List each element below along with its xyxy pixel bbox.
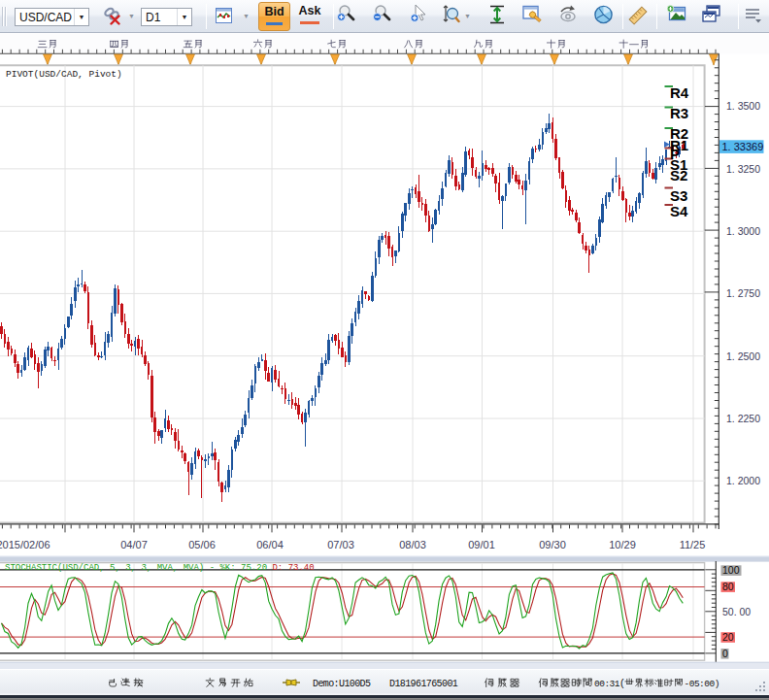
svg-text:1. 2500: 1. 2500 bbox=[726, 350, 760, 362]
svg-text:1. 33369: 1. 33369 bbox=[722, 141, 764, 152]
svg-text:09/30: 09/30 bbox=[539, 539, 566, 550]
svg-text:PIVOT(USD/CAD, Pivot): PIVOT(USD/CAD, Pivot) bbox=[6, 69, 122, 80]
svg-text:20: 20 bbox=[722, 631, 734, 643]
svg-text:S3: S3 bbox=[670, 187, 687, 204]
svg-text:10/29: 10/29 bbox=[609, 539, 636, 550]
svg-text:11/25: 11/25 bbox=[680, 539, 706, 550]
svg-text:00:31: 00:31 bbox=[594, 679, 620, 689]
svg-text:1. 3000: 1. 3000 bbox=[726, 225, 760, 237]
svg-text:1. 2250: 1. 2250 bbox=[726, 413, 760, 424]
svg-text:Demo:U100D5: Demo:U100D5 bbox=[313, 679, 371, 689]
svg-text:08/03: 08/03 bbox=[399, 539, 426, 550]
svg-text:-05:00): -05:00) bbox=[685, 679, 719, 689]
svg-text:80: 80 bbox=[722, 581, 734, 592]
svg-text:D181961765001: D181961765001 bbox=[389, 679, 458, 689]
svg-text:2015/02/06: 2015/02/06 bbox=[0, 539, 50, 550]
svg-text:1. 2750: 1. 2750 bbox=[726, 287, 760, 299]
svg-text:STOCHASTIC(USD/CAD, 5, 3, 3, M: STOCHASTIC(USD/CAD, 5, 3, 3, MVA, MVA) -… bbox=[5, 563, 315, 573]
svg-text:100: 100 bbox=[722, 564, 740, 576]
svg-text:R4: R4 bbox=[670, 84, 689, 101]
svg-text:09/01: 09/01 bbox=[468, 539, 495, 550]
svg-text:06/04: 06/04 bbox=[256, 539, 284, 550]
svg-text:S2: S2 bbox=[670, 167, 687, 183]
svg-text:R3: R3 bbox=[670, 105, 688, 121]
svg-text:05/06: 05/06 bbox=[188, 539, 216, 550]
svg-text:1. 3250: 1. 3250 bbox=[726, 163, 760, 175]
svg-text:07/03: 07/03 bbox=[327, 539, 354, 550]
svg-text:50. 00: 50. 00 bbox=[722, 606, 751, 617]
svg-text:(: ( bbox=[620, 677, 624, 688]
svg-text:S4: S4 bbox=[670, 203, 688, 219]
svg-text:1. 2000: 1. 2000 bbox=[726, 475, 760, 486]
svg-text:04/07: 04/07 bbox=[120, 539, 148, 550]
svg-text:0: 0 bbox=[722, 648, 728, 659]
svg-text:1. 3500: 1. 3500 bbox=[726, 100, 760, 112]
